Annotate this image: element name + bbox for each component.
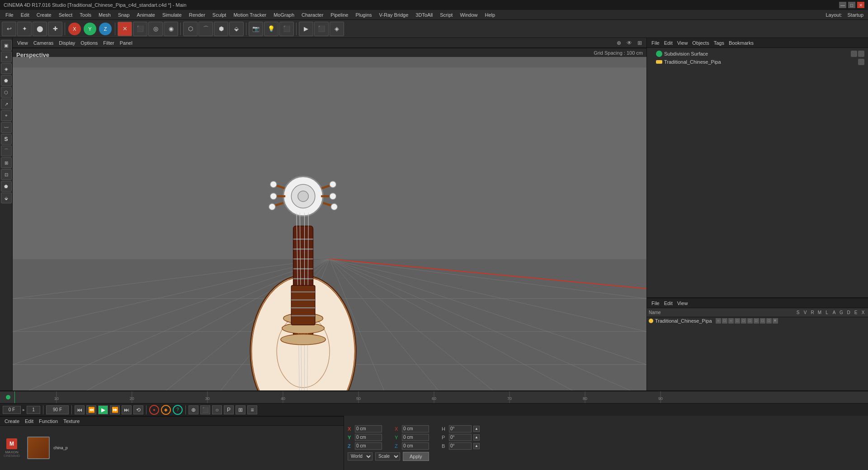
keyframe-auto-button[interactable]: ◆	[161, 405, 171, 415]
mat-menu-edit[interactable]: Edit	[23, 418, 35, 424]
timeline-ruler[interactable]: 10 20 30 40 50 60 70 80 90	[14, 391, 854, 403]
mat-menu-create[interactable]: Create	[3, 418, 21, 424]
go-end-button[interactable]: ⏭	[122, 405, 132, 414]
move-tool[interactable]: ✦	[1, 52, 12, 62]
objmgr-menu-bookmarks[interactable]: Bookmarks	[727, 40, 755, 46]
menu-window[interactable]: Window	[456, 11, 481, 19]
rotate-tool[interactable]: ⬟	[1, 75, 12, 86]
play-forward-button[interactable]: ▶	[299, 22, 313, 36]
scale-tool[interactable]: ◈	[1, 63, 12, 74]
menu-pipeline[interactable]: Pipeline	[327, 11, 352, 19]
coord-z-pos[interactable]	[355, 442, 382, 450]
go-start-button[interactable]: ⏮	[75, 405, 85, 414]
menu-character[interactable]: Character	[298, 11, 327, 19]
menu-3dtoall[interactable]: 3DToAll	[412, 11, 436, 19]
coord-h-val[interactable]	[449, 425, 472, 432]
mode-plus-button[interactable]: ⊕	[189, 405, 198, 414]
mode-P-button[interactable]: P	[224, 405, 234, 414]
camera-button[interactable]: 📷	[249, 22, 263, 36]
menu-help[interactable]: Help	[481, 11, 499, 19]
scenemgr-menu-view[interactable]: View	[675, 301, 690, 306]
coord-x-up[interactable]: ▲	[473, 426, 480, 432]
win-close-button[interactable]: ✕	[857, 2, 864, 8]
live-select-button[interactable]: ⬤	[33, 22, 47, 36]
undo-button[interactable]: ↩	[2, 22, 16, 36]
mode-list-button[interactable]: ≡	[247, 405, 257, 414]
obj-subdivision-surface[interactable]: Subdivision Surface	[649, 50, 866, 58]
timeline-area[interactable]: 10 20 30 40 50 60 70 80 90	[0, 390, 868, 403]
sculpt-tool2[interactable]: ⬙	[1, 193, 12, 203]
sds-tool[interactable]: S	[1, 134, 12, 145]
select-tool[interactable]: ▣	[1, 40, 12, 51]
vp-icon-grid[interactable]: ⊞	[636, 40, 644, 46]
mat-menu-function[interactable]: Function	[37, 418, 60, 424]
coord-y-rot[interactable]	[402, 434, 429, 441]
win-max-button[interactable]: □	[848, 2, 855, 8]
snap-tool[interactable]: ⊡	[1, 169, 12, 180]
poly-tool[interactable]: ⬡	[1, 87, 12, 98]
render-all-button[interactable]: ◉	[164, 22, 178, 36]
menu-vray[interactable]: V-Ray Bridge	[376, 11, 412, 19]
layout-value[interactable]: Startup	[845, 11, 866, 19]
scale-mode-dropdown[interactable]: Scale Size	[375, 452, 400, 461]
floor-button[interactable]: ⬛	[279, 22, 294, 36]
play-back-button[interactable]: ⏪	[86, 405, 96, 414]
vp-menu-options[interactable]: Options	[79, 40, 99, 46]
scenemgr-menu-edit[interactable]: Edit	[662, 301, 675, 306]
axis-y-button[interactable]: Y	[84, 23, 96, 35]
coord-x-rot[interactable]	[402, 425, 429, 432]
menu-sculpt[interactable]: Sculpt	[209, 11, 230, 19]
vp-menu-cameras[interactable]: Cameras	[32, 40, 56, 46]
vp-menu-display[interactable]: Display	[57, 40, 77, 46]
render-region-button[interactable]: ✕	[118, 22, 132, 36]
grid-tool[interactable]: ⊞	[1, 157, 12, 168]
subframe-input[interactable]	[27, 406, 40, 414]
menu-file[interactable]: File	[2, 11, 17, 19]
edge-tool[interactable]: ⌖	[1, 110, 12, 121]
keyframe-button[interactable]: ◈	[330, 22, 344, 36]
objmgr-menu-objects[interactable]: Objects	[690, 40, 711, 46]
objmgr-menu-file[interactable]: File	[650, 40, 661, 46]
objmgr-menu-view[interactable]: View	[675, 40, 690, 46]
spline-tool[interactable]: ↗	[1, 99, 12, 109]
mat-menu-texture[interactable]: Texture	[61, 418, 81, 424]
objmgr-menu-edit[interactable]: Edit	[662, 40, 675, 46]
keyframe-manual-button[interactable]: ?	[173, 405, 183, 415]
render-active-button[interactable]: ◎	[148, 22, 163, 36]
menu-script[interactable]: Script	[436, 11, 456, 19]
play-button[interactable]: ▶	[98, 405, 108, 414]
vp-icon-camera[interactable]: 👁	[625, 40, 634, 46]
deformer-button[interactable]: ⬙	[229, 22, 244, 36]
coord-x-pos[interactable]	[355, 425, 382, 432]
generator-button[interactable]: ⬢	[214, 22, 228, 36]
coord-z-rot[interactable]	[402, 442, 429, 450]
smooth-tool[interactable]: ⌒	[1, 146, 12, 156]
menu-animate[interactable]: Animate	[133, 11, 159, 19]
menu-select[interactable]: Select	[55, 11, 76, 19]
vp-icon-move[interactable]: ⊕	[615, 40, 623, 46]
current-frame-input[interactable]	[3, 406, 21, 414]
axis-z-button[interactable]: Z	[99, 23, 112, 35]
menu-plugins[interactable]: Plugins	[352, 11, 375, 19]
coord-y-pos[interactable]	[355, 434, 382, 441]
menu-snap[interactable]: Snap	[114, 11, 133, 19]
coord-p-val[interactable]	[449, 434, 472, 441]
mode-button[interactable]: ✦	[17, 22, 32, 36]
objmgr-menu-tags[interactable]: Tags	[712, 40, 726, 46]
paint-tool[interactable]: 〰	[1, 122, 12, 133]
scene-row-pipa[interactable]: Traditional_Chinese_Pipa ○ □ ○ □ □ □ □ □…	[647, 317, 868, 324]
coord-b-val[interactable]	[449, 442, 472, 450]
obj-pipa[interactable]: Traditional_Chinese_Pipa	[649, 58, 866, 66]
vp-menu-view[interactable]: View	[15, 40, 30, 46]
menu-motiontracker[interactable]: Motion Tracker	[230, 11, 270, 19]
apply-button[interactable]: Apply	[403, 452, 429, 461]
coord-system-dropdown[interactable]: World Object Camera	[348, 452, 373, 461]
render-to-po-button[interactable]: ⬛	[133, 22, 147, 36]
mode-grid-button[interactable]: ⊞	[236, 405, 245, 414]
menu-mograph[interactable]: MoGraph	[270, 11, 298, 19]
cube-button[interactable]: ⬡	[183, 22, 198, 36]
menu-render[interactable]: Render	[185, 11, 209, 19]
mode-circle-button[interactable]: ○	[212, 405, 222, 414]
menu-create[interactable]: Create	[33, 11, 55, 19]
play-forward-button[interactable]: ⏩	[110, 405, 120, 414]
